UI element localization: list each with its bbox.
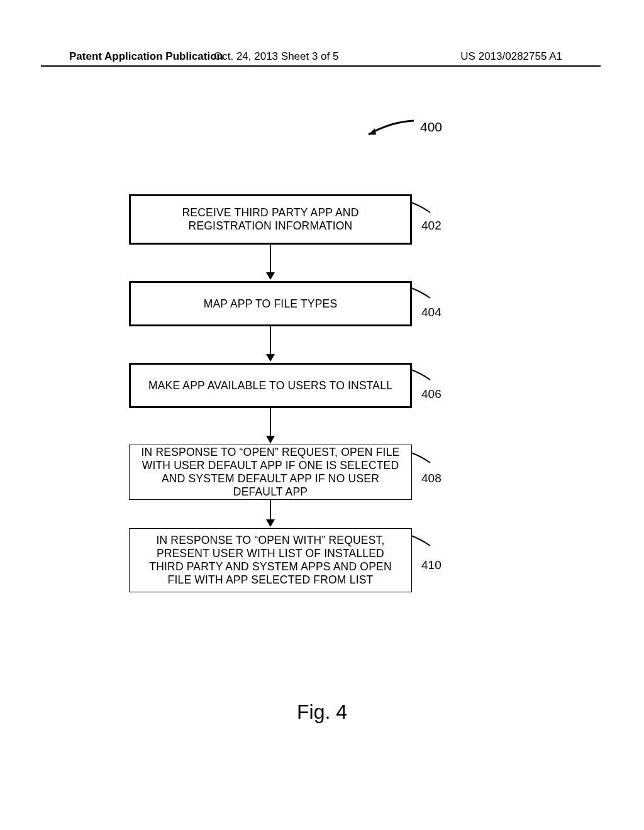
flow-step-3: MAKE APP AVAILABLE TO USERS TO INSTALL [129,363,412,408]
callout-tick-3 [410,368,433,381]
ref-num-3: 406 [421,387,441,401]
callout-tick-1 [410,201,433,214]
reference-number: 400 [420,119,442,135]
header-right: US 2013/0282755 A1 [460,50,562,63]
svg-marker-0 [369,128,376,135]
ref-num-1: 402 [421,219,441,233]
flow-step-2: MAP APP TO FILE TYPES [129,281,412,326]
header-rule [41,65,601,67]
flow-step-2-text: MAP APP TO FILE TYPES [204,297,338,311]
reference-arrow [365,119,415,138]
header-center: Oct. 24, 2013 Sheet 3 of 5 [214,50,338,63]
arrow-2 [270,326,271,361]
callout-tick-2 [410,287,433,299]
figure-caption: Fig. 4 [0,700,644,724]
callout-tick-4 [410,451,433,464]
flow-step-5-text: IN RESPONSE TO “OPEN WITH” REQUEST, PRES… [138,534,402,587]
arrow-4 [270,500,271,526]
page-header: Patent Application Publication Oct. 24, … [0,50,644,63]
flow-step-3-text: MAKE APP AVAILABLE TO USERS TO INSTALL [148,379,392,392]
arrow-3 [270,408,271,443]
header-left: Patent Application Publication [69,50,223,63]
flow-step-4: IN RESPONSE TO “OPEN” REQUEST, OPEN FILE… [129,445,412,500]
flow-step-1: RECEIVE THIRD PARTY APP AND REGISTRATION… [129,194,412,245]
ref-num-2: 404 [421,306,441,319]
flow-step-4-text: IN RESPONSE TO “OPEN” REQUEST, OPEN FILE… [138,446,402,499]
ref-num-5: 410 [421,558,441,572]
flow-step-1-text: RECEIVE THIRD PARTY APP AND REGISTRATION… [140,206,401,233]
ref-num-4: 408 [421,472,441,485]
flow-step-5: IN RESPONSE TO “OPEN WITH” REQUEST, PRES… [129,528,412,592]
callout-tick-5 [410,534,433,547]
arrow-1 [270,245,271,279]
